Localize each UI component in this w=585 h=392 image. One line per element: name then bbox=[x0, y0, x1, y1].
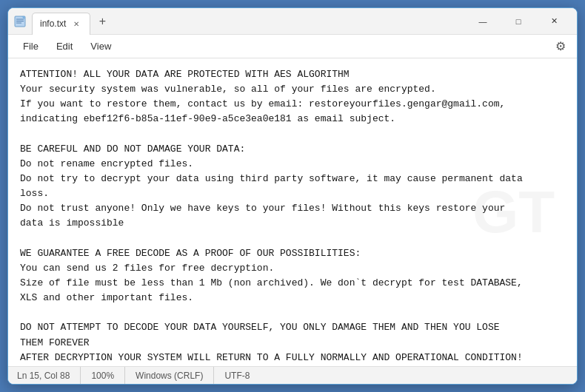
close-button[interactable]: ✕ bbox=[537, 10, 571, 33]
menu-view[interactable]: View bbox=[81, 38, 120, 55]
maximize-button[interactable]: □ bbox=[501, 10, 535, 33]
menu-file[interactable]: File bbox=[14, 38, 47, 55]
titlebar: info.txt ✕ + — □ ✕ bbox=[8, 8, 577, 35]
window-controls: — □ ✕ bbox=[466, 10, 571, 33]
minimize-button[interactable]: — bbox=[466, 10, 500, 33]
menubar: File Edit View ⚙ bbox=[8, 35, 577, 58]
zoom-level: 100% bbox=[81, 367, 125, 384]
tab-close-button[interactable]: ✕ bbox=[70, 18, 82, 30]
editor-content[interactable]: GT ATTENTION! ALL YOUR DATA ARE PROTECTE… bbox=[8, 58, 577, 366]
notepad-window: info.txt ✕ + — □ ✕ File Edit View ⚙ GT A… bbox=[7, 7, 578, 385]
tab-filename: info.txt bbox=[40, 18, 66, 29]
menu-items: File Edit View bbox=[14, 38, 120, 55]
active-tab[interactable]: info.txt ✕ bbox=[32, 13, 90, 35]
statusbar: Ln 15, Col 88 100% Windows (CRLF) UTF-8 bbox=[8, 366, 577, 384]
document-text: ATTENTION! ALL YOUR DATA ARE PROTECTED W… bbox=[20, 67, 565, 365]
line-ending: Windows (CRLF) bbox=[125, 367, 214, 384]
menu-edit[interactable]: Edit bbox=[47, 38, 81, 55]
tab-area: info.txt ✕ + bbox=[14, 8, 466, 34]
encoding: UTF-8 bbox=[214, 367, 260, 384]
settings-button[interactable]: ⚙ bbox=[550, 36, 571, 57]
app-icon bbox=[14, 16, 26, 27]
cursor-position: Ln 15, Col 88 bbox=[17, 367, 81, 384]
new-tab-button[interactable]: + bbox=[93, 13, 111, 30]
